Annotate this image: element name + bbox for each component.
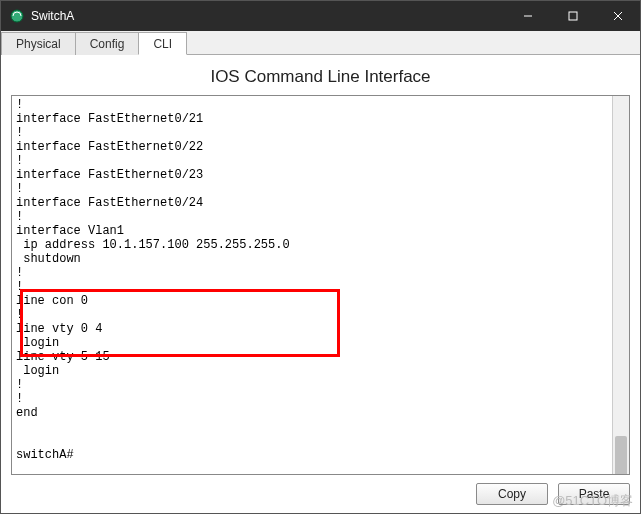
app-window: SwitchA Physical Config CLI IOS Command …	[0, 0, 641, 514]
tab-bar: Physical Config CLI	[1, 31, 640, 55]
titlebar[interactable]: SwitchA	[1, 1, 640, 31]
close-button[interactable]	[595, 1, 640, 31]
paste-button[interactable]: Paste	[558, 483, 630, 505]
window-title: SwitchA	[31, 9, 505, 23]
vertical-scrollbar[interactable]	[612, 96, 629, 474]
tab-cli[interactable]: CLI	[138, 32, 187, 55]
minimize-button[interactable]	[505, 1, 550, 31]
window-controls	[505, 1, 640, 31]
button-row: Copy Paste	[11, 475, 630, 505]
maximize-button[interactable]	[550, 1, 595, 31]
cli-terminal[interactable]: ! interface FastEthernet0/21 ! interface…	[12, 96, 629, 474]
scroll-thumb[interactable]	[615, 436, 627, 475]
tab-config[interactable]: Config	[75, 32, 140, 55]
app-icon	[9, 8, 25, 24]
cli-heading: IOS Command Line Interface	[11, 61, 630, 95]
tab-content: IOS Command Line Interface ! interface F…	[1, 55, 640, 513]
tab-physical[interactable]: Physical	[1, 32, 76, 55]
terminal-container: ! interface FastEthernet0/21 ! interface…	[11, 95, 630, 475]
svg-rect-2	[569, 12, 577, 20]
copy-button[interactable]: Copy	[476, 483, 548, 505]
